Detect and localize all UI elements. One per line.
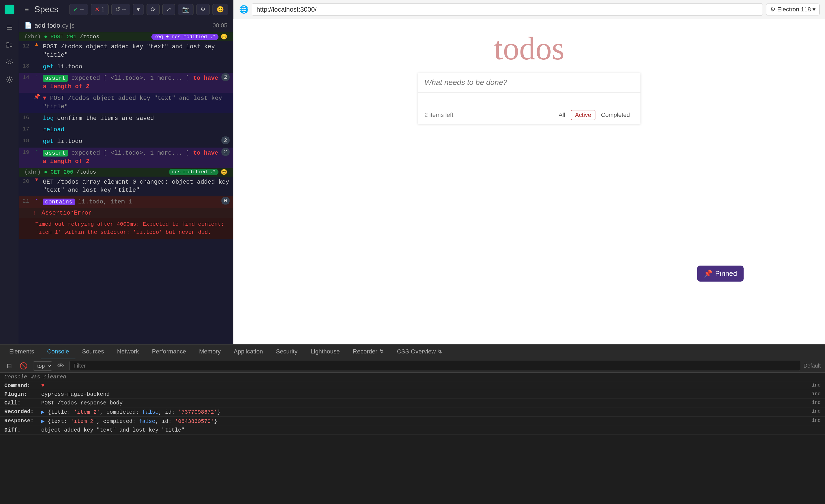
clear-icon[interactable]: 🚫 <box>17 361 30 371</box>
spin-icon: ↺ <box>115 6 120 13</box>
default-label: Default <box>804 363 821 369</box>
xhr-label: (xhr) <box>24 34 41 40</box>
todos-title: todos <box>494 30 565 67</box>
url-input[interactable] <box>252 3 763 16</box>
console-label: Command: <box>4 383 37 389</box>
code-line-16[interactable]: 16 log confirm the items are saved <box>19 113 233 124</box>
fail-button[interactable]: ✕ 1 <box>91 4 108 15</box>
code-line-19[interactable]: 19 - assert expected [ <li.todo>, 1 more… <box>19 148 233 168</box>
console-link[interactable]: ind <box>812 409 821 414</box>
tab-sources[interactable]: Sources <box>75 344 110 359</box>
items-left: 2 items left <box>425 111 453 118</box>
dropdown-button[interactable]: ▾ <box>133 4 144 15</box>
svg-point-12 <box>8 79 11 81</box>
tab-console[interactable]: Console <box>41 344 76 359</box>
console-value: object added key "text" and lost key "ti… <box>41 427 821 433</box>
line-content: reload <box>41 125 233 135</box>
browser-settings-icon: ⚙ <box>770 6 775 13</box>
console-call: Call: POST /todos response body ind <box>0 399 825 407</box>
assertion-error-label: AssertionError <box>42 210 92 217</box>
context-select[interactable]: top <box>33 361 52 370</box>
xhr-label: (xhr) <box>24 169 41 175</box>
line-number: 17 <box>19 125 32 133</box>
fail-count: 1 <box>101 6 104 13</box>
expand-button[interactable]: ⤢ <box>162 4 175 15</box>
screenshot-button[interactable]: 📷 <box>178 4 194 15</box>
code-line-21[interactable]: 21 - contains li.todo, item 1 0 <box>19 196 233 208</box>
pin-icon: 📌 <box>32 93 41 100</box>
xhr-method: POST 201 <box>51 34 77 40</box>
eye-icon[interactable]: 👁 <box>55 361 66 371</box>
line-badge: 2 <box>221 137 230 144</box>
tab-application[interactable]: Application <box>227 344 270 359</box>
tab-lighthouse[interactable]: Lighthouse <box>304 344 346 359</box>
console-label: Call: <box>4 400 37 406</box>
console-link[interactable]: ind <box>812 400 821 405</box>
refresh-button[interactable]: ⟳ <box>147 4 160 15</box>
filter-input[interactable] <box>69 361 800 371</box>
console-label: Recorded: <box>4 409 37 415</box>
pin-xhr-row: 📌 ▼ POST /todos object added key "text" … <box>19 93 233 113</box>
tab-performance[interactable]: Performance <box>145 344 193 359</box>
console-label: Response: <box>4 418 37 424</box>
code-line-14[interactable]: 14 - assert expected [ <li.todo>, 1 more… <box>19 73 233 93</box>
pass-button[interactable]: ✓ -- <box>69 4 88 15</box>
xhr-emoji: 😊 <box>221 33 227 40</box>
console-recorded: Recorded: ▶ {title: 'item 2', completed:… <box>0 407 825 417</box>
todo-input[interactable] <box>418 73 641 92</box>
tab-elements[interactable]: Elements <box>3 344 41 359</box>
sidebar-toggle[interactable] <box>0 0 19 19</box>
line-content: log confirm the items are saved <box>41 113 233 124</box>
specs-title: Specs <box>34 4 58 14</box>
tab-network[interactable]: Network <box>110 344 145 359</box>
todo-item <box>418 92 641 106</box>
exclamation-icon: ! <box>32 210 36 216</box>
svg-rect-7 <box>7 42 9 44</box>
line-number: 20 <box>19 177 32 185</box>
assert-dash: - <box>32 73 41 79</box>
line-number <box>19 93 32 95</box>
xhr-row-get-200: (xhr) ● GET 200 /todos res modified .* 😊 <box>19 168 233 177</box>
pending-button[interactable]: ↺ -- <box>111 4 130 15</box>
pending-label: -- <box>122 6 126 13</box>
tab-css-overview[interactable]: CSS Overview ↯ <box>390 344 449 359</box>
filter-active[interactable]: Active <box>571 110 595 120</box>
tab-memory[interactable]: Memory <box>193 344 227 359</box>
console-value: ▶ {text: 'item 2', completed: false, id:… <box>41 418 808 425</box>
line-number: 14 <box>19 73 32 82</box>
tab-security[interactable]: Security <box>270 344 304 359</box>
settings-button[interactable]: ⚙ <box>196 4 210 15</box>
smile-button[interactable]: 😊 <box>213 4 228 15</box>
code-line-17[interactable]: 17 reload <box>19 124 233 136</box>
tab-recorder[interactable]: Recorder ↯ <box>346 344 390 359</box>
console-command: Command: ▼ ind <box>0 382 825 390</box>
browser-selector[interactable]: ⚙ Electron 118 ▾ <box>766 4 820 15</box>
svg-rect-1 <box>10 7 12 9</box>
sidebar-item-tests[interactable] <box>4 39 15 51</box>
xhr-method-indicator: ● <box>44 34 47 40</box>
code-line-13[interactable]: 13 get li.todo <box>19 61 233 73</box>
x-icon: ✕ <box>95 6 99 13</box>
filter-all[interactable]: All <box>554 110 569 120</box>
console-label: Plugin: <box>4 391 37 397</box>
code-line-18[interactable]: 18 get li.todo 2 <box>19 136 233 148</box>
sidebar-item-list[interactable] <box>4 22 15 34</box>
panel-icon[interactable]: ⊟ <box>4 361 14 371</box>
code-line-20: 20 ▼ GET /todos array element 0 changed:… <box>19 177 233 197</box>
assertion-error-row: ! AssertionError <box>19 208 233 218</box>
line-content: GET /todos array element 0 changed: obje… <box>41 177 233 196</box>
filter-completed[interactable]: Completed <box>597 110 634 120</box>
pinned-badge[interactable]: 📌 Pinned <box>697 266 744 281</box>
xhr-emoji: 😊 <box>221 169 227 175</box>
console-link[interactable]: ind <box>812 418 821 423</box>
console-link[interactable]: ind <box>812 383 821 388</box>
xhr-path: /todos <box>77 169 96 175</box>
console-link[interactable]: ind <box>812 391 821 397</box>
line-number: 19 <box>19 148 32 157</box>
sidebar-item-settings[interactable] <box>4 74 15 86</box>
xhr-path: /todos <box>80 34 99 40</box>
console-plugin: Plugin: cypress-magic-backend ind <box>0 390 825 399</box>
sidebar-item-bug[interactable] <box>4 57 15 68</box>
console-value: ▶ {title: 'item 2', completed: false, id… <box>41 409 808 415</box>
line-content: assert expected [ <li.todo>, 1 more... ]… <box>41 148 221 167</box>
